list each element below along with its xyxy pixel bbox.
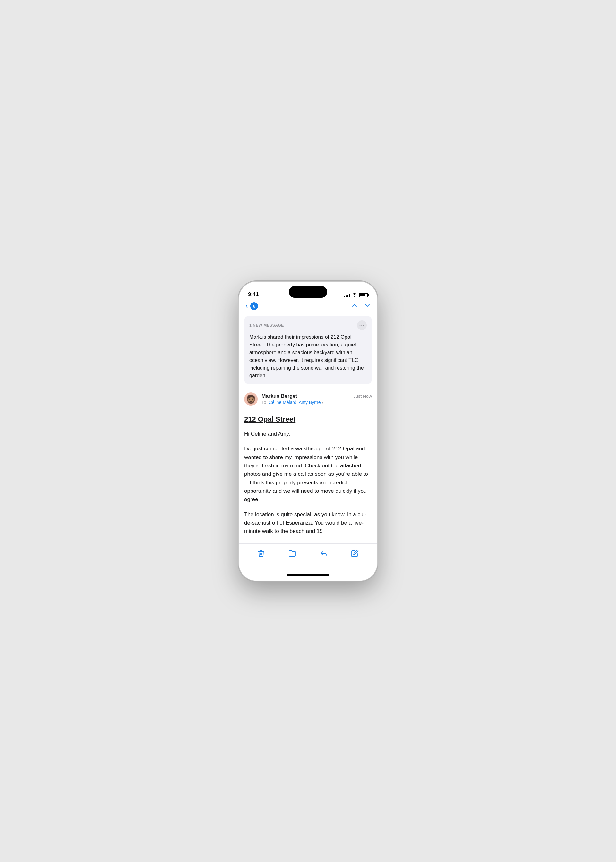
email-paragraph-2: The location is quite special, as you kn… bbox=[244, 510, 372, 536]
signal-bar-4 bbox=[349, 294, 350, 297]
home-bar bbox=[286, 574, 330, 576]
nav-bar: ‹ 6 bbox=[239, 300, 377, 313]
sender-row: 🧔🏽 Markus Berget Just Now To: Céline Mél… bbox=[244, 393, 372, 406]
sender-name: Markus Berget bbox=[261, 393, 297, 399]
to-label: To: bbox=[261, 400, 267, 405]
email-subject: 212 Opal Street bbox=[244, 415, 372, 424]
avatar: 🧔🏽 bbox=[244, 393, 258, 406]
sender-name-row: Markus Berget Just Now bbox=[261, 393, 372, 399]
email-header-section: 🧔🏽 Markus Berget Just Now To: Céline Mél… bbox=[244, 388, 372, 410]
prev-email-button[interactable] bbox=[351, 302, 358, 310]
compose-icon bbox=[351, 550, 359, 557]
email-body: 212 Opal Street Hi Céline and Amy, I've … bbox=[239, 410, 377, 536]
signal-bar-1 bbox=[344, 296, 345, 297]
delete-button[interactable] bbox=[255, 547, 267, 560]
battery-fill bbox=[360, 294, 365, 297]
summary-card: 1 NEW MESSAGE ··· Markus shared their im… bbox=[244, 316, 372, 384]
home-indicator bbox=[239, 570, 377, 581]
nav-right bbox=[351, 302, 371, 310]
content-area[interactable]: 1 NEW MESSAGE ··· Markus shared their im… bbox=[239, 313, 377, 543]
recipients-chevron: › bbox=[322, 400, 323, 405]
recipients[interactable]: Céline Mélard, Amy Byrne bbox=[269, 400, 321, 405]
nav-left: ‹ 6 bbox=[245, 302, 258, 310]
summary-header: 1 NEW MESSAGE ··· bbox=[249, 320, 367, 330]
email-time: Just Now bbox=[353, 394, 372, 399]
email-paragraph-1: I've just completed a walkthrough of 212… bbox=[244, 444, 372, 504]
phone-device: 9:41 bbox=[239, 282, 377, 581]
wifi-icon bbox=[352, 292, 357, 298]
to-line[interactable]: To: Céline Mélard, Amy Byrne › bbox=[261, 400, 372, 405]
signal-bars-icon bbox=[344, 293, 350, 297]
folder-icon bbox=[288, 550, 296, 557]
back-button[interactable]: ‹ bbox=[245, 303, 248, 309]
bottom-toolbar bbox=[239, 543, 377, 570]
new-message-label: 1 NEW MESSAGE bbox=[249, 323, 284, 328]
reply-icon bbox=[320, 550, 328, 557]
compose-button[interactable] bbox=[349, 547, 361, 560]
phone-screen: 9:41 bbox=[239, 282, 377, 581]
status-icons bbox=[344, 292, 368, 298]
dynamic-island bbox=[289, 286, 327, 298]
unread-badge: 6 bbox=[250, 302, 258, 310]
more-options-button[interactable]: ··· bbox=[357, 320, 367, 330]
signal-bar-3 bbox=[347, 295, 349, 297]
email-greeting: Hi Céline and Amy, bbox=[244, 430, 372, 438]
trash-icon bbox=[257, 550, 265, 557]
summary-text: Markus shared their impressions of 212 O… bbox=[249, 333, 367, 380]
folder-button[interactable] bbox=[286, 547, 299, 560]
signal-bar-2 bbox=[346, 295, 347, 297]
sender-info: Markus Berget Just Now To: Céline Mélard… bbox=[261, 393, 372, 405]
status-time: 9:41 bbox=[248, 291, 259, 298]
battery-icon bbox=[359, 293, 368, 297]
avatar-image: 🧔🏽 bbox=[246, 395, 256, 403]
next-email-button[interactable] bbox=[364, 302, 371, 310]
reply-button[interactable] bbox=[317, 547, 330, 560]
